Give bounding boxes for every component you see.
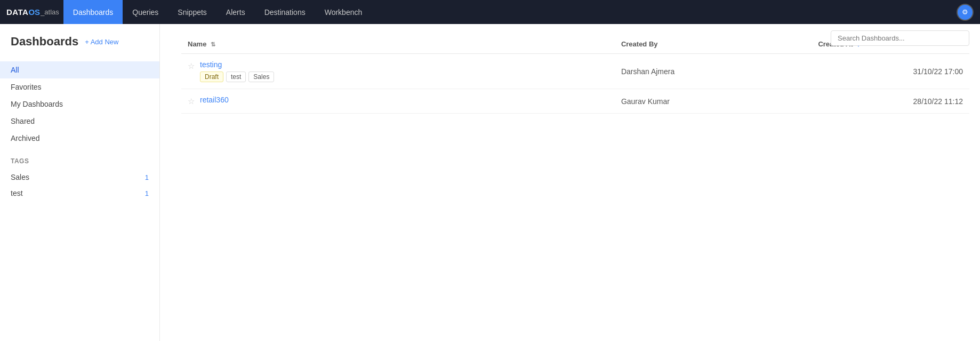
dashboard-name-link[interactable]: testing: [200, 60, 274, 69]
nav-destinations[interactable]: Destinations: [255, 0, 315, 24]
nav-alerts[interactable]: Alerts: [216, 0, 255, 24]
col-header-created-by[interactable]: Created By: [615, 35, 812, 54]
page-header: Dashboards + Add New: [0, 35, 159, 59]
search-input[interactable]: [831, 30, 969, 46]
logo-atlas-text: _atlas: [41, 8, 59, 16]
dashboard-name-link[interactable]: retail360: [200, 96, 229, 104]
table-row: ☆testingDrafttestSalesDarshan Ajmera31/1…: [181, 54, 969, 89]
top-nav: DATA OS _atlas Dashboards Queries Snippe…: [0, 0, 980, 24]
tag-test-count: 1: [145, 189, 149, 197]
tag-badge: Draft: [200, 72, 223, 82]
table-row: ☆retail360Gaurav Kumar28/10/22 11:12: [181, 89, 969, 114]
cell-created-by: Darshan Ajmera: [615, 54, 812, 89]
tags-section-title: Tags: [0, 147, 159, 169]
tag-badge: Sales: [248, 72, 274, 82]
sidebar-tag-sales[interactable]: Sales 1: [0, 169, 159, 185]
main-layout: Dashboards + Add New All Favorites My Da…: [0, 24, 980, 341]
dashboards-table: Name ⇅ Created By Created At ↓: [181, 35, 969, 114]
cell-created-by: Gaurav Kumar: [615, 89, 812, 114]
page-title: Dashboards: [11, 35, 78, 49]
logo-data-text: DATA: [6, 7, 28, 17]
logo: DATA OS _atlas: [6, 7, 59, 17]
sidebar: Dashboards + Add New All Favorites My Da…: [0, 24, 160, 341]
tag-sales-label: Sales: [11, 173, 29, 181]
user-avatar[interactable]: ⚙: [957, 4, 974, 21]
nav-snippets[interactable]: Snippets: [168, 0, 216, 24]
sidebar-item-my-dashboards[interactable]: My Dashboards: [0, 96, 159, 113]
sidebar-tag-test[interactable]: test 1: [0, 185, 159, 201]
favorite-star-icon[interactable]: ☆: [188, 97, 195, 106]
name-sort-icon: ⇅: [211, 41, 215, 47]
tag-sales-count: 1: [145, 173, 149, 181]
logo-os-text: OS: [28, 7, 40, 17]
tag-test-label: test: [11, 189, 23, 197]
add-new-button[interactable]: + Add New: [85, 38, 118, 46]
cell-created-at: 28/10/22 11:12: [812, 89, 969, 114]
search-container: [831, 30, 969, 46]
sidebar-item-archived[interactable]: Archived: [0, 130, 159, 147]
nav-queries[interactable]: Queries: [123, 0, 168, 24]
tag-badge: test: [226, 72, 246, 82]
sidebar-nav: All Favorites My Dashboards Shared Archi…: [0, 61, 159, 147]
nav-workbench[interactable]: Workbench: [315, 0, 372, 24]
sidebar-item-all[interactable]: All: [0, 61, 159, 78]
cell-created-at: 31/10/22 17:00: [812, 54, 969, 89]
table-body: ☆testingDrafttestSalesDarshan Ajmera31/1…: [181, 54, 969, 114]
sidebar-item-shared[interactable]: Shared: [0, 113, 159, 130]
main-content: Name ⇅ Created By Created At ↓: [160, 24, 980, 341]
nav-dashboards[interactable]: Dashboards: [63, 0, 123, 24]
col-header-name[interactable]: Name ⇅: [181, 35, 615, 54]
sidebar-item-favorites[interactable]: Favorites: [0, 78, 159, 96]
favorite-star-icon[interactable]: ☆: [188, 61, 195, 71]
